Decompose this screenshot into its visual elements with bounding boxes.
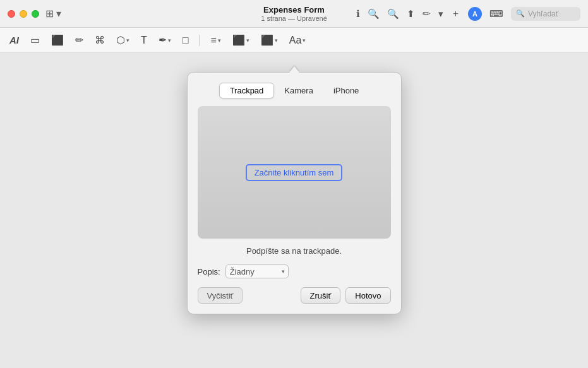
insert-button[interactable]: ⬡ ▾ <box>113 32 133 48</box>
color-button[interactable]: ⬛ ▾ <box>258 32 281 48</box>
info-icon[interactable]: ℹ <box>356 8 360 20</box>
share-icon[interactable]: ⬆ <box>407 8 415 20</box>
add-page-icon[interactable]: ＋ <box>451 8 460 20</box>
search-placeholder: Vyhľadať <box>528 9 558 18</box>
insert-icon: ⬡ <box>116 34 125 46</box>
font-arrow: ▾ <box>303 37 306 44</box>
search-box[interactable]: 🔍 Vyhľadať <box>511 7 580 21</box>
fullscreen-button[interactable] <box>32 10 39 18</box>
insert-arrow: ▾ <box>126 37 129 44</box>
style-arrow: ▾ <box>246 37 249 44</box>
keyboard-icon[interactable]: ⌨ <box>489 8 503 20</box>
signature-icon: ✒ <box>159 34 167 46</box>
titlebar-right: ℹ 🔍 🔍 ⬆ ✏ ▾ ＋ A ⌨ 🔍 Vyhľadať <box>356 7 580 21</box>
title-section: Expenses Form 1 strana — Upravené <box>261 5 327 22</box>
clear-button[interactable]: Vyčistiť <box>198 287 243 304</box>
lasso-button[interactable]: ⌘ <box>92 32 108 48</box>
traffic-lights <box>8 10 39 18</box>
desc-label: Popis: <box>198 267 220 276</box>
signature-panel: Trackpad Kamera iPhone Začnite kliknutím… <box>187 72 402 314</box>
shape-button[interactable]: □ <box>179 33 192 48</box>
btn-group-right: Zrušiť Hotovo <box>301 287 391 304</box>
markup-button[interactable]: ✏ <box>72 32 87 48</box>
pen-icon[interactable]: ✏ <box>423 8 431 20</box>
font-icon: Aa <box>289 35 302 46</box>
color-icon: ⬛ <box>261 34 273 46</box>
sign-here-button[interactable]: Začnite kliknutím sem <box>246 164 343 181</box>
color-arrow: ▾ <box>275 37 278 44</box>
sidebar-view-button[interactable]: ▭ <box>27 32 43 48</box>
signature-button[interactable]: ✒ ▾ <box>155 32 174 48</box>
ai-button[interactable]: AI <box>6 33 22 47</box>
align-icon: ≡ <box>210 35 216 46</box>
text-button[interactable]: T <box>138 33 150 48</box>
panel-arrow <box>289 66 299 73</box>
tab-iphone[interactable]: iPhone <box>323 83 369 98</box>
cancel-button[interactable]: Zrušiť <box>301 287 341 304</box>
image-button[interactable]: ⬛ <box>48 32 67 48</box>
tab-trackpad[interactable]: Trackpad <box>219 83 275 98</box>
document-subtitle: 1 strana — Upravené <box>261 15 327 22</box>
pen-arrow-icon[interactable]: ▾ <box>438 8 443 20</box>
main-area: Trackpad Kamera iPhone Začnite kliknutím… <box>0 53 588 368</box>
user-icon[interactable]: A <box>468 7 482 21</box>
font-button[interactable]: Aa ▾ <box>286 33 309 48</box>
sign-instruction: Podpíšte sa na trackpade. <box>198 246 391 256</box>
search-icon: 🔍 <box>516 9 525 18</box>
desc-row: Popis: Žiadny Pozn. 1 Pozn. 2 ▾ <box>198 264 391 278</box>
desc-select[interactable]: Žiadny Pozn. 1 Pozn. 2 <box>225 264 289 278</box>
close-button[interactable] <box>8 10 15 18</box>
style-icon: ⬛ <box>232 34 245 46</box>
desc-select-wrapper[interactable]: Žiadny Pozn. 1 Pozn. 2 ▾ <box>225 264 289 278</box>
btn-row: Vyčistiť Zrušiť Hotovo <box>198 287 391 304</box>
tab-bar: Trackpad Kamera iPhone <box>198 83 391 98</box>
zoom-out-icon[interactable]: 🔍 <box>387 8 399 20</box>
sidebar-toggle-button[interactable]: ⊞ ▾ <box>45 8 61 20</box>
signature-arrow: ▾ <box>168 37 171 44</box>
done-button[interactable]: Hotovo <box>345 287 390 304</box>
toolbar-divider-1 <box>199 35 200 46</box>
zoom-in-icon[interactable]: 🔍 <box>368 8 380 20</box>
align-arrow: ▾ <box>218 37 221 44</box>
titlebar: ⊞ ▾ Expenses Form 1 strana — Upravené ℹ … <box>0 0 588 28</box>
toolbar: AI ▭ ⬛ ✏ ⌘ ⬡ ▾ T ✒ ▾ □ ≡ ▾ ⬛ ▾ ⬛ ▾ Aa ▾ <box>0 28 588 53</box>
tab-kamera[interactable]: Kamera <box>274 83 323 98</box>
align-button[interactable]: ≡ ▾ <box>207 33 224 48</box>
style-button[interactable]: ⬛ ▾ <box>229 32 253 48</box>
signature-area[interactable]: Začnite kliknutím sem <box>198 106 391 239</box>
document-title: Expenses Form <box>263 5 325 15</box>
minimize-button[interactable] <box>20 10 27 18</box>
